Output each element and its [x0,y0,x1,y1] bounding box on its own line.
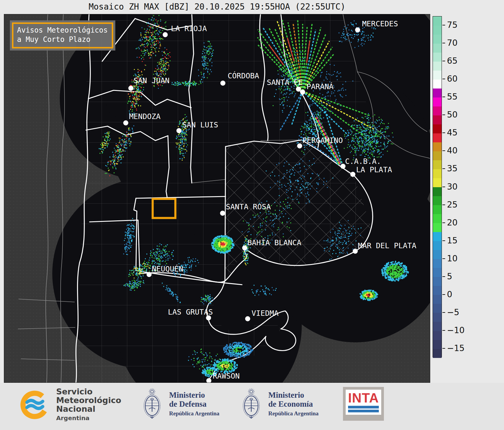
colorbar-tick [442,276,445,277]
colorbar-tick-label: 10 [447,254,458,263]
colorbar-segment [433,25,442,35]
colorbar-segment [433,43,442,53]
colorbar-segment [433,268,442,277]
colorbar-segment [433,259,442,268]
map-layers: LA RIOJAMERCEDESSAN JUANCÓRDOBASANTA FEP… [4,14,430,383]
colorbar-segment [433,349,442,358]
footer-logos: Servicio Meteorológico Nacional Argentin… [0,383,504,430]
economia-line1: Ministerio [268,391,318,399]
city-marker [220,211,225,216]
city-label: LAS GRUTAS [168,308,213,316]
colorbar-tick [442,25,445,25]
province-border [225,147,226,281]
city-label: SANTA ROSA [226,202,271,211]
colorbar-segment [433,88,442,97]
colorbar-segment [433,34,442,44]
colorbar-segment [433,214,442,223]
colorbar-tick [442,312,445,313]
coat-of-arms-icon [140,386,164,422]
economia-logo: Ministerio de Economía República Argenti… [239,386,318,422]
colorbar-tick-label: −5 [447,307,459,317]
radar-map-canvas: LA RIOJAMERCEDESSAN JUANCÓRDOBASANTA FEP… [4,14,430,383]
city-label: SAN JUAN [134,76,169,85]
colorbar-segment [433,277,442,286]
inta-logo-frame: INTA [343,387,384,421]
colorbar-tick [442,294,445,295]
colorbar-segment [433,61,442,71]
city-marker [220,81,226,86]
city-marker [297,144,302,149]
colorbar-segment [433,232,442,241]
city-label: NEUQUÉN [152,265,183,273]
colorbar-segment [433,70,442,80]
colorbar-tick-label: −10 [447,325,465,335]
city-label: MERCEDES [362,19,398,28]
defensa-line3: República Argentina [169,409,219,418]
colorbar-tick-label: 60 [447,74,458,84]
colorbar-tick-label: 30 [447,182,458,192]
economia-line2: de Economía [268,399,318,408]
colorbar-segment [433,331,442,340]
city-marker [350,172,356,177]
city-marker [245,316,250,321]
colorbar-tick [442,168,445,169]
colorbar-segment [433,286,442,295]
colorbar-tick-label: 25 [447,200,458,210]
city-label: SANTA FE [267,78,303,87]
colorbar-segment [433,115,442,124]
colorbar-tick [442,132,445,133]
city-label: MAR DEL PLATA [358,241,416,250]
colorbar-tick [442,79,445,79]
inta-label: INTA [348,391,379,405]
city-label: CÓRDOBA [228,71,259,80]
city-label: C.A.B.A. [345,157,381,166]
city-label: MENDOZA [129,112,160,121]
radar-map: LA RIOJAMERCEDESSAN JUANCÓRDOBASANTA FEP… [4,14,430,383]
city-marker [163,32,168,37]
colorbar-segment [433,250,442,259]
smn-wave-icon [27,400,43,403]
colorbar-segment [433,151,442,160]
colorbar-tick [442,150,445,151]
city-marker [177,128,182,133]
colorbar-segment [433,52,442,62]
colorbar-tick-label: −15 [447,343,465,353]
inta-bar [348,406,379,408]
city-marker [355,28,360,33]
colorbar-segment [433,223,442,232]
colorbar-tick-label: 75 [447,20,458,30]
colorbar-segment [433,196,442,205]
colorbar-segment [433,124,442,133]
smn-line2: Meteorológico [56,396,121,405]
dbz-colorbar [433,16,442,357]
colorbar-segment [433,133,442,142]
colorbar-tick-label: 40 [447,146,458,155]
colorbar-segment [433,205,442,214]
city-label: SAN LUIS [182,121,218,129]
city-label: LA RIOJA [171,24,207,33]
city-label: VIEDMA [252,309,278,318]
colorbar-tick-label: 5 [447,272,452,281]
colorbar-tick [442,97,445,97]
defensa-logo: Ministerio de Defensa República Argentin… [140,386,219,422]
city-marker [353,249,358,254]
colorbar-segment [433,322,442,331]
colorbar-segment [433,313,442,322]
coat-of-arms-icon [239,386,264,422]
colorbar-segment [433,106,442,115]
colorbar-tick-label: 55 [447,92,458,102]
colorbar-tick [442,61,445,61]
colorbar-segment [433,79,442,89]
colorbar-segment [433,142,442,151]
colorbar-segment [433,241,442,250]
inta-logo: INTA [343,387,384,421]
alert-box-line1: Avisos Meteorológicos [17,26,108,35]
colorbar-tick-label: 15 [447,236,458,246]
colorbar-tick [442,205,445,205]
page-title: Mosaico ZH MAX [dBZ] 20.10.2025 19:55HOA… [4,2,430,12]
colorbar-segment [433,340,442,349]
colorbar-segment [433,304,442,313]
defensa-line2: de Defensa [169,399,219,408]
economia-line3: República Argentina [268,409,318,418]
colorbar-segment [433,169,442,178]
